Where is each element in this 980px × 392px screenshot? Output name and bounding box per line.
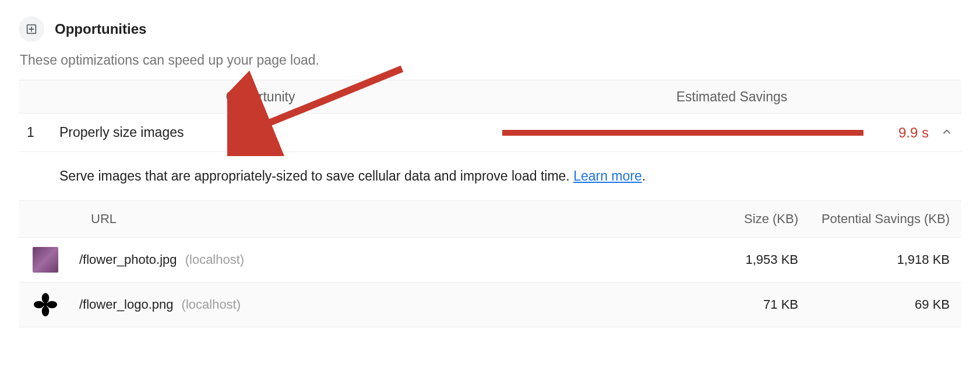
section-header: Opportunities (19, 16, 961, 42)
opportunities-icon (19, 16, 44, 42)
thumbnail-logo-icon (33, 292, 58, 317)
opportunity-index: 1 (19, 125, 59, 140)
details-potential: 69 KB (798, 297, 950, 312)
opportunity-description: Serve images that are appropriately-size… (19, 152, 961, 201)
details-header: URL Size (KB) Potential Savings (KB) (19, 201, 961, 238)
column-header-savings: Estimated Savings (502, 89, 961, 105)
details-url-cell: /flower_logo.png (localhost) (79, 297, 658, 312)
details-header-potential: Potential Savings (KB) (798, 211, 950, 227)
thumbnail-image-icon (33, 247, 58, 273)
chevron-up-icon[interactable] (932, 126, 961, 140)
column-header-opportunity: Opportunity (19, 89, 502, 105)
opportunity-row[interactable]: 1 Properly size images 9.9 s (19, 114, 961, 152)
column-headers: Opportunity Estimated Savings (19, 80, 961, 114)
details-url-cell: /flower_photo.jpg (localhost) (79, 252, 658, 267)
opportunity-title: Properly size images (59, 125, 502, 140)
details-url-host: (localhost) (182, 297, 241, 312)
opportunity-savings-bar (502, 130, 863, 136)
details-size: 71 KB (658, 297, 798, 312)
details-row: /flower_logo.png (localhost) 71 KB 69 KB (19, 282, 961, 327)
opportunity-bar-cell (502, 130, 868, 136)
opportunity-description-suffix: . (642, 168, 646, 183)
svg-point-4 (42, 293, 50, 303)
details-potential: 1,918 KB (798, 252, 950, 267)
opportunity-description-text: Serve images that are appropriately-size… (59, 168, 573, 183)
learn-more-link[interactable]: Learn more (573, 168, 642, 183)
section-subtitle: These optimizations can speed up your pa… (20, 52, 961, 68)
details-header-size: Size (KB) (658, 211, 798, 227)
details-url-path: /flower_photo.jpg (79, 252, 177, 267)
details-url-path: /flower_logo.png (79, 297, 173, 312)
details-row: /flower_photo.jpg (localhost) 1,953 KB 1… (19, 238, 961, 282)
opportunity-savings-value: 9.9 s (868, 125, 932, 141)
svg-point-5 (42, 306, 50, 317)
svg-point-6 (34, 301, 44, 309)
details-size: 1,953 KB (658, 252, 798, 267)
svg-point-7 (47, 301, 58, 309)
details-header-url: URL (59, 211, 658, 227)
opportunities-panel: Opportunities These optimizations can sp… (0, 0, 980, 339)
details-url-host: (localhost) (185, 252, 244, 267)
section-title: Opportunities (55, 21, 146, 37)
